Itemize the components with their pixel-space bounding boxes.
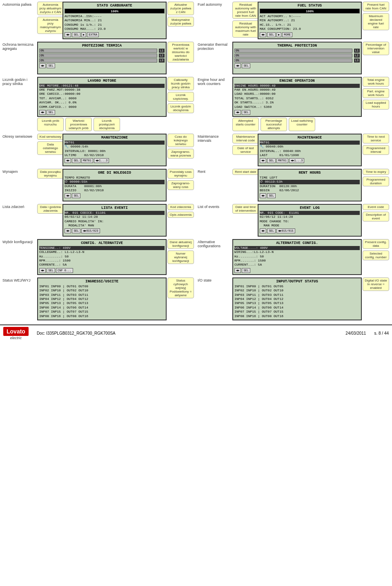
ctrl-events-l2[interactable]: SEL — [72, 228, 80, 233]
section-altcfg-left: Wybór konfiguracji CONFIG. ALTERNATIVE T… — [2, 239, 195, 275]
ctrl-maint-r3[interactable]: MNT01 — [276, 158, 288, 163]
ctrl-engine-l2[interactable]: SEL — [47, 110, 55, 115]
ann-fuel-rl2: Residual autonomy with maximum fuel rate — [232, 20, 259, 38]
ctrl-altcfg-r2[interactable]: SEL — [242, 268, 250, 273]
ctrl-altcfg-l3[interactable]: CNF 0... — [56, 268, 73, 273]
rent-right-wrapper: Rent start date RENT HOURS TIME LEFT ⏱ 0… — [232, 169, 390, 201]
controls-events-right: ◄► SEL ◄►015/015 — [260, 228, 360, 233]
line-maint-r1: 🔧 00040:00h — [260, 145, 360, 149]
ctrl-engine-r2[interactable]: SEL — [242, 110, 250, 115]
thermal-left-screen-row: PROTEZIONE TERMICA 0% L1 0% L2 0% L3 — [37, 42, 195, 74]
ctrl-events-r1[interactable]: ◄► — [260, 228, 266, 233]
line-engine-l2: ORE CARICO..:00000:00 — [39, 92, 165, 96]
ctrl-events-l1[interactable]: ◄► — [65, 228, 71, 233]
ctrl-thermal-l1[interactable]: ◄► — [39, 63, 46, 68]
line-io-r0: INP01 INP09 | OUT01 OUT05 — [234, 284, 360, 289]
events-right-ann: Date and time of intervention — [232, 204, 257, 214]
ctrl-altcfg-r1[interactable]: ◄► — [234, 268, 241, 273]
ctrl-fuel-r1[interactable]: ◄► — [260, 32, 266, 37]
line-altcfg-r0: VOLTAGE....: 400V — [234, 246, 360, 250]
ctrl-events-r3[interactable]: ◄►015/015 — [276, 228, 295, 233]
screen-title-altcfg-left: CONFIG. ALTERNATIVE — [39, 241, 165, 245]
line-engine-l4: AVVIAM. OK...: 0.0% — [39, 101, 165, 105]
main-content: Autonomia paliwa Autonomia przy aktualny… — [0, 0, 392, 322]
ctrl-events-r2[interactable]: SEL — [267, 228, 276, 233]
events-left-ann: Data i godzina zdarzenia — [37, 204, 62, 214]
section-label-maint-right: Maintenance intervals — [197, 134, 232, 143]
ctrl-maint-l4[interactable]: ◄►1...3 — [94, 158, 109, 163]
section-label-thermal-left: Ochrona termiczna agregatu — [2, 42, 36, 51]
line-events-l0: NR. 015 CODICE: E1101 — [65, 211, 165, 215]
line-fuel-r1: MIN AUTONOMY..: 21 — [260, 18, 360, 22]
ann-fuel-r2: Maksymalne zużycie paliwa — [167, 17, 194, 27]
ctrl-events-l3[interactable]: ◄►015/023 — [81, 228, 100, 233]
progress-fuel-right: 100% — [260, 9, 360, 13]
ctrl-fuel-r3[interactable]: ▶ — [276, 32, 281, 37]
ann-maint-rr1: Time to next service — [363, 134, 389, 143]
line-fuel-r2: HC.1S.. 1/h.: 21 — [260, 23, 360, 27]
ctrl-fuel-l4[interactable]: EXTRA — [87, 32, 99, 37]
line-altcfg-l2: Hz.........: 50 — [39, 255, 165, 259]
ann-engine-lb2: Wartość procentowa udanych prób — [65, 118, 92, 131]
ctrl-altcfg-l2[interactable]: SEL — [47, 268, 55, 273]
section-maint-right: Maintenance intervals Maintenance interv… — [197, 134, 390, 166]
line-altcfg-l1: COLLEGAME..: L1-L2-L3-N — [39, 250, 165, 254]
ctrl-fuel-r2[interactable]: SEL — [267, 32, 276, 37]
ctrl-rent-r2[interactable]: SEL — [267, 193, 276, 198]
ctrl-thermal-l2[interactable]: SEL — [47, 63, 55, 68]
ann-io-lr1: Status cyfrowych wej/wyj Podświetlony = … — [167, 277, 194, 298]
ctrl-maint-r1[interactable]: ◄► — [260, 158, 266, 163]
section-label-thermal-right: Generator thermal protection — [197, 42, 232, 51]
ctrl-thermal-r1[interactable]: ◄► — [234, 63, 241, 68]
controls-thermal-right: ◄► SEL — [234, 63, 360, 68]
altcfg-left-wrapper: CONFIG. ALTERNATIVE TENSIONE..: 400V COL… — [37, 239, 195, 275]
controls-rent-right: ◄► SEL — [260, 193, 360, 198]
ctrl-rent-l2[interactable]: SEL — [72, 193, 80, 198]
section-label-fuel-left: Autonomia paliwa — [2, 2, 36, 7]
maint-left-ann: Kod serwisowy Data ostatniego serwisu — [37, 134, 62, 155]
ann-right-io-right: Digital I/O state In reverse = enabled — [363, 277, 390, 291]
ctrl-fuel-l3[interactable]: ▶ — [81, 32, 86, 37]
thermal-l-0p: 0% — [40, 49, 44, 52]
footer-doc: Doc: I335PLGB0312_RGK700_RGK700SA — [37, 331, 337, 335]
line-events-l1: 06/02/12 11:14:28 — [65, 215, 165, 219]
ctrl-engine-r1[interactable]: ◄► — [234, 110, 241, 115]
ctrl-maint-r2[interactable]: SEL — [267, 158, 276, 163]
screen-title-events-right: EVENT LOG — [260, 206, 360, 210]
line-io-r4: INP05 INP13 | OUT05 OUT13 — [234, 301, 360, 305]
screen-engine-left: LAVORO MOTORE ORE MOTORE.:00121:48 ORE P… — [37, 77, 167, 117]
line-fuel-l3: CONSUMO MAX....: 23.0 — [65, 27, 165, 31]
line-io-r1: INP02 INP10 | OUT02 OUT10 — [234, 289, 360, 293]
ctrl-altcfg-l1[interactable]: ◄► — [39, 268, 46, 273]
altcfg-right-wrapper: ALTERNATIVE CONFIG. VOLTAGE....: 400V WI… — [232, 239, 390, 275]
screen-rent-right: RENT HOURS TIME LEFT ⏱ 00119:53h DURATIO… — [258, 169, 362, 201]
ctrl-maint-l1[interactable]: ◄► — [65, 158, 71, 163]
ctrl-thermal-r2[interactable]: SEL — [242, 63, 250, 68]
line-io-r3: INP04 INP12 | OUT04 OUT12 — [234, 297, 360, 301]
rent-left-wrapper: Data początku wynajmu ORE DI NOLEGGIO TE… — [37, 169, 195, 201]
ann-rent-rr1: Time to expiry — [363, 169, 389, 175]
ctrl-rent-l1[interactable]: ◄► — [65, 193, 71, 198]
ann-rent-lr1: Pozostały czas wynajmu — [167, 169, 194, 179]
line-rent-l0: TEMPO RIMASTO — [65, 176, 165, 180]
ann-events-rr2: Description of event — [363, 212, 389, 221]
ctrl-maint-l2[interactable]: SEL — [72, 158, 80, 163]
ctrl-maint-l3[interactable]: MNT01 — [81, 158, 93, 163]
ann-fuel-rr2: Maximum declared engine fuel rate — [363, 13, 389, 30]
events-right-wrapper: Date and time of intervention EVENT LOG … — [232, 204, 390, 237]
ctrl-engine-l1[interactable]: ◄► — [39, 110, 46, 115]
ctrl-fuel-l1[interactable]: ◄► — [65, 32, 71, 37]
ann-maint-lr2: Zaprogramo-wana przerwa — [167, 149, 194, 159]
ctrl-fuel-r4[interactable]: MORE — [282, 32, 292, 37]
section-label-fuel-right: Fuel autonomy — [197, 2, 232, 7]
ctrl-maint-r4[interactable]: ◄►1...3 — [289, 158, 304, 163]
fuel-right-screen-row: Residual autonomy with present fuel rate… — [232, 2, 390, 39]
ann-events-lr2: Opis zdarzenia — [167, 212, 194, 218]
ctrl-fuel-l2[interactable]: SEL — [72, 32, 80, 37]
line-altcfg-l4: CORRENTE..: 5A — [39, 263, 165, 267]
line-rent-r2: DURATION 00120:00h — [260, 184, 360, 188]
thermal-right-screen-row: THERMAL PROTECTION 0% L1 0% L2 0% L3 — [232, 42, 390, 74]
altcfg-right-screen-row: ALTERNATIVE CONFIG. VOLTAGE....: 400V WI… — [232, 239, 390, 275]
footer-page: s. 8 / 44 — [374, 331, 389, 335]
ctrl-rent-r1[interactable]: ◄► — [260, 193, 266, 198]
